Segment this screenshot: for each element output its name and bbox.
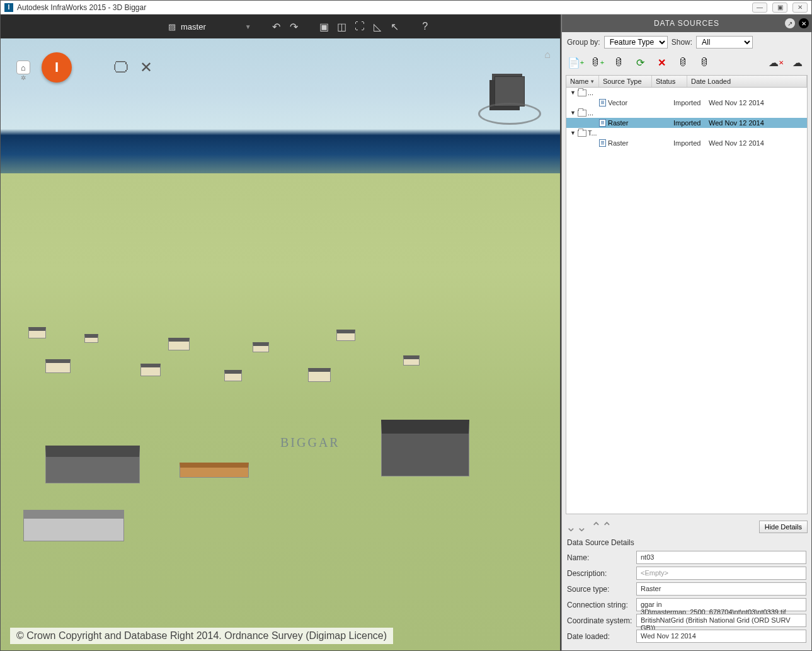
help-button[interactable]: ? (416, 18, 434, 35)
expand-tools: ⌄⌄ ⌃⌃ Hide Details (562, 517, 811, 537)
detail-date[interactable]: Wed Nov 12 2014 (636, 630, 806, 643)
split-button[interactable]: ◫ (333, 18, 351, 35)
tree-header: Name▼ Source Type Status Date Loaded (566, 76, 807, 88)
detail-description[interactable]: <Empty> (636, 567, 806, 580)
detail-source-type[interactable]: Raster (636, 582, 806, 596)
viewport-toolbar: ▨ master ▼ ↶ ↷ ▣ ◫ ⛶ ◺ ↖ ? (1, 14, 560, 38)
hide-details-button[interactable]: Hide Details (759, 521, 808, 533)
copyright-text: © Crown Copyright and Database Right 201… (10, 628, 393, 644)
groupby-select[interactable]: Feature Type (604, 36, 668, 49)
show-select[interactable]: All (696, 36, 753, 49)
present-icon[interactable]: 🖵 (113, 59, 129, 76)
expand-up-icon[interactable]: ⌃⌃ (591, 519, 612, 534)
window-title: Autodesk InfraWorks 2015 - 3D Biggar (17, 3, 752, 12)
chevron-down-icon: ▼ (245, 23, 251, 30)
viewcube[interactable] (478, 65, 541, 128)
terrain: BIGGAR (1, 173, 560, 650)
tools-icon[interactable]: ✕ (140, 59, 152, 76)
panel-header: DATA SOURCES ↗ ✕ (562, 14, 811, 32)
db-config-button[interactable]: 🛢 (610, 55, 627, 70)
fullscreen-button[interactable]: ⛶ (351, 18, 369, 35)
home-button[interactable]: ⌂ (16, 60, 30, 74)
data-tree[interactable]: Name▼ Source Type Status Date Loaded ▼..… (566, 75, 808, 514)
tree-folder[interactable]: ▼... (566, 108, 807, 118)
maximize-button[interactable]: ▣ (772, 3, 787, 13)
add-db-button[interactable]: 🛢+ (588, 55, 606, 70)
panel-toolbar: 📄+ 🛢+ 🛢 ⟳ ✕ 🛢 🛢 ☁✕ ☁ (562, 52, 811, 72)
details-title: Data Source Details (562, 537, 811, 548)
panel-close-button[interactable]: ✕ (799, 18, 809, 28)
db-edit-button[interactable]: 🛢 (674, 55, 692, 70)
detail-name[interactable]: nt03 (636, 551, 806, 564)
3d-viewport[interactable]: ▨ master ▼ ↶ ↷ ▣ ◫ ⛶ ◺ ↖ ? ⌂ (1, 14, 561, 650)
measure-button[interactable]: ◺ (369, 18, 386, 35)
cloud-button[interactable]: ☁ (789, 55, 806, 70)
filter-row: Group by: Feature Type Show: All (562, 32, 811, 52)
minimize-button[interactable]: — (752, 3, 767, 13)
titlebar: I Autodesk InfraWorks 2015 - 3D Biggar —… (1, 1, 811, 14)
refresh-button[interactable]: ⟳ (631, 55, 649, 70)
frame-button[interactable]: ▣ (316, 18, 333, 35)
details-form: Name:nt03 Description:<Empty> Source typ… (562, 548, 811, 650)
proposal-dropdown[interactable]: ▨ master ▼ (164, 22, 255, 32)
delete-button[interactable]: ✕ (653, 55, 670, 70)
map-label: BIGGAR (280, 435, 340, 450)
expand-down-icon[interactable]: ⌄⌄ (566, 519, 587, 534)
tree-item[interactable]: VectorImportedWed Nov 12 2014 (566, 98, 807, 108)
redo-button[interactable]: ↷ (285, 18, 303, 35)
select-button[interactable]: ↖ (386, 18, 404, 35)
app-window: I Autodesk InfraWorks 2015 - 3D Biggar —… (0, 0, 812, 651)
db-link-button[interactable]: 🛢 (695, 55, 713, 70)
gear-icon[interactable]: ✲ (21, 74, 26, 81)
navbar-home-icon[interactable]: ⌂ (544, 49, 551, 60)
floating-tools: ⌂ I 🖵 ✕ (16, 52, 152, 83)
close-button[interactable]: ✕ (792, 3, 808, 13)
tree-folder[interactable]: ▼T... (566, 128, 807, 138)
popup-button[interactable]: ↗ (785, 18, 795, 28)
add-file-button[interactable]: 📄+ (567, 55, 585, 70)
app-icon: I (4, 3, 13, 12)
data-sources-panel: DATA SOURCES ↗ ✕ Group by: Feature Type … (561, 14, 811, 650)
tree-folder[interactable]: ▼... (566, 88, 807, 98)
undo-button[interactable]: ↶ (268, 18, 285, 35)
layers-icon: ▨ (168, 22, 176, 32)
detail-connection[interactable]: ggar in 3D\mastermap_2500_678704\nt\nt03… (636, 598, 806, 611)
tree-item[interactable]: RasterImportedWed Nov 12 2014 (566, 118, 807, 128)
tree-item[interactable]: RasterImportedWed Nov 12 2014 (566, 138, 807, 148)
infraworks-menu-button[interactable]: I (42, 52, 72, 83)
cloud-x-button[interactable]: ☁✕ (767, 55, 785, 70)
detail-coordsys[interactable]: BritishNatGrid (British National Grid (O… (636, 614, 806, 627)
